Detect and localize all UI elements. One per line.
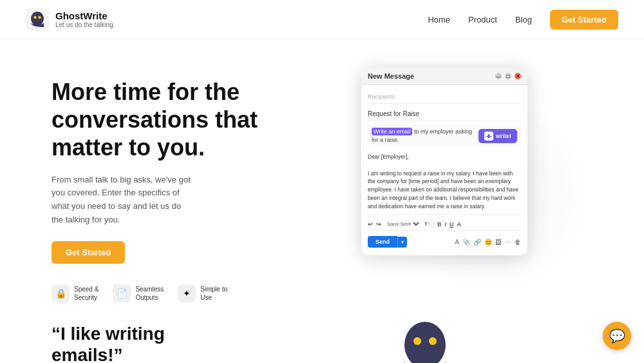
write-btn-label: write! (496, 133, 511, 139)
emoji-icon[interactable]: 😊 (484, 239, 492, 246)
delete-icon[interactable]: 🗑 (515, 239, 521, 246)
nav-get-started-button[interactable]: Get Started (550, 10, 618, 30)
features-row: 🔒 Speed &Security 📄 SeamlessOutputs ✦ Si… (52, 284, 270, 302)
svg-point-3 (38, 16, 41, 19)
italic-icon[interactable]: I (444, 221, 446, 228)
window-close[interactable]: ✕ (515, 73, 521, 79)
logo-area: GhostWrite Let us do the talking. (26, 8, 115, 31)
svg-point-8 (429, 337, 437, 345)
underline-icon[interactable]: U (450, 221, 454, 228)
ghost-svg (399, 317, 451, 363)
email-prompt-row: Write an email to my employer asking for… (368, 125, 521, 146)
format-icon[interactable]: A (455, 239, 459, 246)
logo-subtitle: Let us do the talking. (55, 21, 115, 28)
logo-title: GhostWrite (55, 10, 115, 21)
attach-icon[interactable]: 📎 (462, 239, 470, 246)
nav-product[interactable]: Product (468, 15, 497, 25)
ghost-area (258, 323, 592, 363)
feature-seamless-outputs: 📄 SeamlessOutputs (113, 284, 164, 302)
ghost-mascot (399, 317, 451, 363)
email-bottom-bar: Send ▾ A 📎 🔗 😊 🖼 ⋯ 🗑 (368, 233, 521, 250)
email-title: New Message (368, 72, 414, 80)
window-maximize[interactable]: □ (505, 73, 511, 79)
navbar: GhostWrite Let us do the talking. Home P… (0, 0, 644, 39)
window-minimize[interactable]: — (495, 73, 502, 79)
redo-icon[interactable]: ↪ (376, 221, 381, 228)
email-body: Recipients Request for Raise Write an em… (361, 85, 527, 255)
subject-value: Request for Raise (368, 110, 521, 117)
window-controls: — □ ✕ (495, 73, 521, 79)
more-icon[interactable]: ⋯ (505, 239, 511, 246)
prompt-highlight: Write an email (372, 128, 412, 135)
nav-blog[interactable]: Blog (515, 15, 532, 25)
simple-use-icon: ✦ (178, 284, 196, 302)
recipients-field[interactable]: Recipients (368, 90, 521, 104)
text-color-icon[interactable]: A (457, 221, 461, 228)
email-window: New Message — □ ✕ Recipients Request for… (361, 68, 527, 255)
hero-get-started-button[interactable]: Get Started (52, 241, 125, 264)
svg-point-6 (404, 322, 446, 363)
undo-icon[interactable]: ↩ (368, 221, 373, 228)
svg-rect-5 (488, 134, 489, 138)
feature-speed-security: 🔒 Speed &Security (52, 284, 99, 302)
feature-simple-use: ✦ Simple toUse (178, 284, 227, 302)
font-size-icon[interactable]: T↕ (424, 221, 430, 227)
seamless-outputs-icon: 📄 (113, 284, 131, 302)
hero-section: More time for theconversations thatmatte… (0, 39, 644, 302)
email-titlebar: New Message — □ ✕ (361, 68, 527, 85)
svg-point-7 (413, 337, 421, 345)
send-btn-group: Send ▾ (368, 236, 407, 248)
feature-simple-label: Simple toUse (200, 285, 227, 302)
email-prompt-text: Write an email to my employer asking for… (372, 128, 478, 144)
hero-description: From small talk to big asks, we've got y… (52, 173, 193, 227)
quote-block: “I like writing emails!” - said no one e… (52, 323, 232, 363)
write-icon (484, 132, 493, 141)
font-select[interactable]: Sans Serif (384, 221, 421, 228)
email-content[interactable]: Dear [Employer], I am writing to request… (368, 150, 521, 215)
bold-icon[interactable]: B (437, 221, 442, 228)
logo-icon (26, 8, 49, 31)
subject-field[interactable]: Request for Raise (368, 106, 521, 121)
send-dropdown[interactable]: ▾ (397, 237, 407, 248)
logo-text-block: GhostWrite Let us do the talking. (55, 10, 115, 28)
nav-links: Home Product Blog Get Started (428, 10, 618, 30)
bottom-icons: A 📎 🔗 😊 🖼 ⋯ 🗑 (455, 239, 521, 246)
chat-bubble-icon: 💬 (609, 328, 625, 344)
lower-section: “I like writing emails!” - said no one e… (0, 302, 644, 363)
write-button[interactable]: write! (478, 129, 517, 143)
send-button[interactable]: Send (368, 236, 397, 248)
quote-line1: “I like writing emails!” (52, 323, 232, 363)
nav-home[interactable]: Home (428, 15, 450, 25)
feature-seamless-label: SeamlessOutputs (135, 285, 164, 302)
chat-bubble-button[interactable]: 💬 (603, 322, 631, 350)
recipients-label: Recipients (368, 93, 521, 100)
image-icon[interactable]: 🖼 (495, 239, 502, 246)
link-icon[interactable]: 🔗 (473, 239, 481, 246)
speed-security-icon: 🔒 (52, 284, 70, 302)
svg-point-2 (33, 16, 36, 19)
hero-heading: More time for theconversations thatmatte… (52, 78, 270, 162)
hero-left: More time for theconversations thatmatte… (52, 65, 270, 302)
email-text: Dear [Employer], I am writing to request… (368, 153, 521, 215)
email-formatting-toolbar: ↩ ↪ Sans Serif T↕ B I U A (368, 218, 521, 231)
feature-speed-label: Speed &Security (74, 285, 99, 302)
